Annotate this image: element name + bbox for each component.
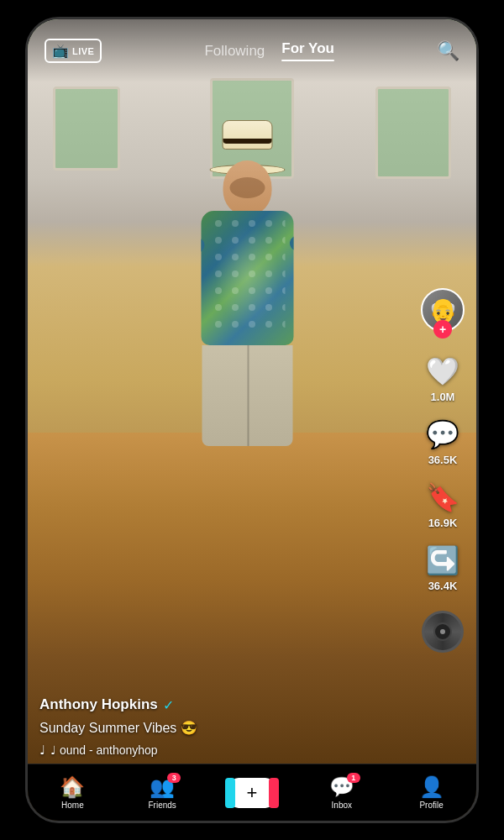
nav-inbox[interactable]: 💬 1 Inbox (317, 775, 367, 810)
nav-friends[interactable]: 👥 3 Friends (137, 775, 187, 810)
share-icon: ↪️ (426, 544, 459, 576)
sound-row[interactable]: ♩ ♩ ound - anthonyhop (39, 743, 409, 758)
comment-icon: 💬 (426, 418, 459, 450)
nav-add[interactable]: + (227, 778, 277, 808)
bookmark-icon: 🔖 (426, 481, 459, 513)
nav-home[interactable]: 🏠 Home (47, 775, 97, 810)
username-row: Anthony Hopkins ✓ (39, 696, 409, 713)
creator-username[interactable]: Anthony Hopkins (39, 696, 158, 713)
follow-button[interactable]: + (433, 320, 452, 339)
window-right (375, 87, 451, 179)
nav-profile[interactable]: 👤 Profile (407, 775, 457, 810)
dancer-hat (210, 120, 286, 160)
inbox-label: Inbox (332, 801, 352, 810)
heart-icon: 🤍 (426, 355, 459, 387)
music-disc-center (440, 629, 445, 634)
video-info: Anthony Hopkins ✓ Sunday Summer Vibes 😎 … (39, 696, 409, 758)
dancer-arm-right (289, 234, 294, 261)
search-icon[interactable]: 🔍 (437, 40, 459, 62)
phone-frame: 📺 LIVE Following For You 🔍 + 🤍 1.0M 💬 36… (25, 17, 479, 823)
dancer-figure (202, 120, 294, 446)
tab-for-you[interactable]: For You (281, 40, 334, 61)
dancer-pants (202, 345, 293, 446)
home-label: Home (61, 801, 84, 810)
music-note-icon: ♩ (39, 743, 45, 758)
window-left (53, 87, 120, 171)
right-actions: + 🤍 1.0M 💬 36.5K 🔖 16.9K ↪️ 36.4K (421, 288, 465, 653)
dancer-head (223, 160, 272, 215)
header: 📺 LIVE Following For You 🔍 (28, 19, 476, 82)
profile-label: Profile (419, 801, 443, 810)
nav-tabs: Following For You (204, 40, 333, 61)
friends-badge: 3 (167, 773, 181, 783)
profile-icon: 👤 (419, 775, 444, 799)
live-badge[interactable]: 📺 LIVE (45, 39, 102, 63)
add-button[interactable]: + (230, 778, 274, 808)
music-disc[interactable] (422, 611, 464, 653)
verified-icon: ✓ (163, 697, 174, 713)
comment-count: 36.5K (428, 454, 458, 466)
tv-icon: 📺 (52, 43, 69, 59)
bottom-navigation: 🏠 Home 👥 3 Friends + 💬 1 Inbox 👤 Pro (28, 764, 476, 821)
bookmark-count: 16.9K (428, 517, 458, 529)
live-label: LIVE (72, 46, 94, 56)
like-action[interactable]: 🤍 1.0M (426, 355, 459, 403)
inbox-badge: 1 (347, 773, 360, 783)
share-count: 36.4K (428, 580, 458, 592)
plus-icon: + (247, 782, 258, 804)
tab-following[interactable]: Following (204, 43, 265, 60)
sound-name: ♩ ound - anthonyhop (50, 743, 158, 757)
dancer-arm-left (202, 236, 207, 268)
dancer-scene (28, 19, 476, 770)
home-icon: 🏠 (60, 775, 85, 799)
dancer-body (202, 211, 294, 345)
comment-action[interactable]: 💬 36.5K (426, 418, 459, 466)
friends-label: Friends (149, 801, 176, 810)
creator-avatar-container: + (421, 288, 465, 332)
bookmark-action[interactable]: 🔖 16.9K (426, 481, 459, 529)
video-caption: Sunday Summer Vibes 😎 (39, 720, 409, 736)
like-count: 1.0M (431, 391, 455, 403)
share-action[interactable]: ↪️ 36.4K (426, 544, 459, 592)
